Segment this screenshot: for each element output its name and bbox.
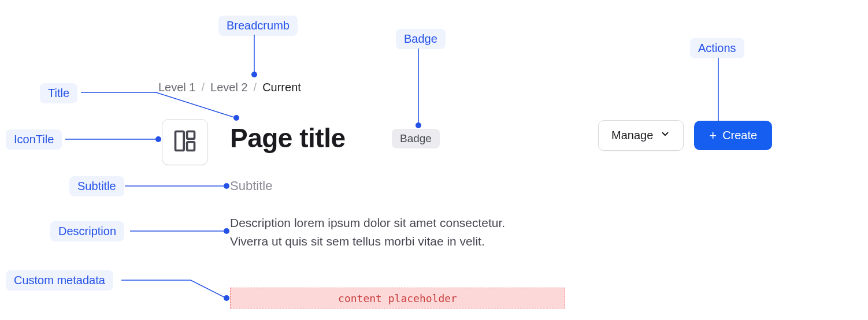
annotation-description: Description bbox=[50, 221, 124, 241]
page-title: Page title bbox=[230, 122, 346, 154]
create-button-label: Create bbox=[722, 129, 757, 142]
annotation-custommetadata: Custom metadata bbox=[6, 270, 113, 291]
annotation-dot bbox=[155, 136, 161, 142]
subtitle: Subtitle bbox=[230, 178, 272, 194]
annotation-dot bbox=[251, 72, 257, 77]
annotation-dot bbox=[233, 115, 239, 121]
actions-container: Manage + Create bbox=[598, 120, 772, 151]
plus-icon: + bbox=[709, 129, 717, 142]
annotation-breadcrumb: Breadcrumb bbox=[218, 16, 298, 36]
icon-tile bbox=[162, 119, 208, 165]
status-badge: Badge bbox=[392, 129, 440, 148]
annotation-subtitle: Subtitle bbox=[69, 176, 124, 196]
breadcrumb-level2[interactable]: Level 2 bbox=[210, 81, 248, 94]
description: Description lorem ipsum dolor sit amet c… bbox=[230, 214, 542, 250]
annotation-actions: Actions bbox=[690, 38, 744, 58]
annotation-icontile: IconTile bbox=[6, 129, 62, 150]
annotation-title: Title bbox=[40, 83, 77, 103]
manage-button[interactable]: Manage bbox=[598, 120, 684, 151]
breadcrumb: Level 1 / Level 2 / Current bbox=[158, 81, 301, 94]
annotation-dot bbox=[224, 228, 229, 234]
breadcrumb-separator: / bbox=[202, 81, 205, 94]
breadcrumb-separator: / bbox=[254, 81, 257, 94]
svg-rect-7 bbox=[187, 132, 195, 139]
annotation-badge: Badge bbox=[396, 29, 446, 49]
svg-rect-6 bbox=[176, 132, 184, 151]
svg-rect-8 bbox=[187, 142, 195, 151]
breadcrumb-current: Current bbox=[262, 81, 301, 94]
custom-metadata-placeholder: content placeholder bbox=[230, 288, 565, 308]
chevron-down-icon bbox=[660, 129, 670, 142]
annotation-dot bbox=[224, 295, 229, 301]
create-button[interactable]: + Create bbox=[694, 121, 772, 150]
annotation-dot bbox=[416, 122, 421, 128]
breadcrumb-level1[interactable]: Level 1 bbox=[158, 81, 196, 94]
manage-button-label: Manage bbox=[611, 129, 653, 142]
annotation-dot bbox=[224, 183, 229, 189]
layout-icon bbox=[172, 128, 198, 156]
